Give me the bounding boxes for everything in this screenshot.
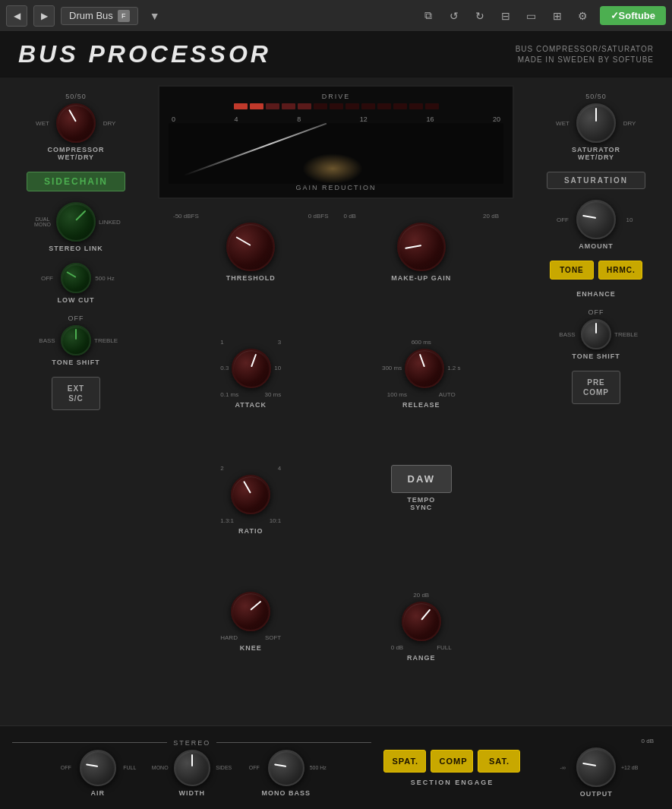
attack-bottom-right: 30 ms (264, 391, 281, 398)
next-button[interactable]: ▶ (33, 5, 55, 27)
amount-right-label: 10 (619, 216, 640, 223)
enhance-buttons: TONE HRMC. (550, 261, 642, 280)
low-cut-knob-row: OFF 500 Hz (36, 263, 115, 293)
stereo-line-right (216, 742, 371, 743)
output-area: 0 dB -∞ +12 dB OUTPUT (532, 738, 660, 798)
gr-scale: 0 4 8 12 16 20 (169, 115, 503, 123)
left-column: 50/50 WET DRY COMPRESSOR WET/DRY SIDECHA… (0, 85, 152, 718)
ratio-tick2: 4 (278, 465, 281, 472)
section-engage-area: SPAT. COMP SAT. SECTION ENGAGE (371, 750, 532, 786)
air-full-label: FULL (119, 765, 140, 770)
drive-leds (234, 103, 439, 109)
low-cut-container: OFF 500 Hz LOW CUT (36, 263, 115, 304)
release-label: RELEASE (402, 401, 440, 409)
release-knob[interactable] (405, 349, 444, 388)
amount-knob[interactable] (576, 200, 616, 239)
monitor-icon[interactable]: ▭ (521, 5, 542, 27)
spat-button[interactable]: SPAT. (383, 750, 426, 773)
split-icon[interactable]: ⊟ (495, 5, 516, 27)
hrmc-button[interactable]: HRMC. (598, 261, 642, 280)
threshold-left-label: -50 dBFS (173, 213, 199, 220)
tone-button[interactable]: TONE (550, 261, 594, 280)
bottom-bar: STEREO OFF FULL AIR (0, 725, 672, 809)
right-tone-shift-label: TONE SHIFT (572, 352, 620, 360)
width-mono-label: MONO (150, 765, 171, 770)
knee-container: HARD SOFT KNEE (173, 592, 329, 711)
gear-icon[interactable]: ⚙ (573, 5, 594, 27)
comp-engage-button[interactable]: COMP (431, 750, 473, 773)
led-5 (298, 103, 311, 109)
low-cut-label: LOW CUT (58, 296, 95, 304)
low-cut-knob[interactable] (61, 263, 91, 293)
sat-wetdry-label: SATURATOR WET/DRY (572, 146, 620, 161)
range-label: RANGE (407, 654, 436, 662)
undo-icon[interactable]: ↺ (443, 5, 465, 27)
prev-button[interactable]: ◀ (6, 5, 27, 27)
threshold-knob[interactable] (226, 223, 275, 271)
sat-engage-button[interactable]: SAT. (478, 750, 520, 773)
mono-bass-knob[interactable] (268, 750, 304, 786)
softube-button[interactable]: ✓Softube (600, 6, 666, 25)
width-label: WIDTH (178, 789, 205, 797)
right-tone-off-label: OFF (588, 308, 604, 316)
width-container: MONO SIDES WIDTH (150, 750, 235, 797)
led-13 (425, 103, 439, 109)
daw-button[interactable]: DAW (391, 465, 452, 493)
led-9 (361, 103, 375, 109)
redo-icon[interactable]: ↻ (469, 5, 491, 27)
output-left-label: -∞ (552, 765, 573, 770)
led-3 (266, 103, 279, 109)
plugin-title: BUS PROCESSOR (18, 40, 271, 68)
knee-knob[interactable] (231, 592, 270, 631)
stereo-link-knob-row: DUAL MONO LINKED (32, 202, 120, 242)
right-tone-shift-knob[interactable] (581, 319, 611, 349)
led-2 (250, 103, 263, 109)
meter-display: DRIVE (158, 85, 514, 199)
range-knob[interactable] (402, 602, 441, 641)
attack-left-inner: 0.3 (220, 365, 229, 371)
low-cut-off-label: OFF (36, 275, 58, 282)
center-column: DRIVE (152, 85, 520, 718)
compressor-wetdry-knob[interactable] (56, 103, 96, 143)
left-tone-shift-knob[interactable] (61, 325, 91, 356)
top-bar: ◀ ▶ Drum Bus F ▼ ⧉ ↺ ↻ ⊟ ▭ ⊞ ⚙ ✓Softube (0, 0, 672, 32)
comp-dry-label: DRY (99, 120, 120, 127)
left-tone-off-label: OFF (68, 314, 84, 322)
bottom-knobs-row: OFF FULL AIR MONO SIDES (55, 750, 329, 797)
preset-dropdown-arrow[interactable]: ▼ (144, 5, 166, 27)
led-12 (409, 103, 423, 109)
output-knob[interactable] (576, 747, 616, 787)
release-bottom-right: AUTO (439, 391, 456, 398)
attack-knob[interactable] (232, 349, 271, 388)
ratio-knob[interactable] (231, 475, 270, 514)
makeup-knob[interactable] (397, 223, 446, 271)
mono-bass-label: MONO BASS (261, 789, 311, 797)
ext-sc-button[interactable]: EXT S/C (52, 377, 100, 410)
sat-wetdry-top-label: 50/50 (585, 93, 607, 100)
layout-icon[interactable]: ⊞ (547, 5, 568, 27)
copy-icon[interactable]: ⧉ (418, 5, 439, 27)
led-7 (330, 103, 343, 109)
saturation-button[interactable]: SATURATION (547, 172, 645, 189)
width-knob[interactable] (174, 750, 210, 786)
drive-display: DRIVE (169, 93, 503, 109)
range-right-label: FULL (437, 644, 452, 651)
release-left-inner: 300 ms (382, 365, 402, 371)
air-knob[interactable] (80, 750, 116, 786)
right-column: 50/50 WET DRY SATURATOR WET/DRY SATURATI… (520, 85, 672, 718)
right-bass-label: BASS (557, 331, 578, 338)
pre-comp-button[interactable]: PRE COMP (572, 371, 620, 404)
saturator-wetdry-knob[interactable] (576, 103, 616, 143)
comp-wetdry-knob-row: WET DRY (32, 103, 120, 143)
mono-bass-container: OFF 500 Hz MONO BASS (244, 750, 329, 797)
compressor-wetdry-container: 50/50 WET DRY COMPRESSOR WET/DRY (32, 93, 120, 161)
preset-title[interactable]: Drum Bus F (61, 7, 138, 25)
attack-tick2: 3 (278, 339, 281, 346)
makeup-right-label: 20 dB (483, 213, 499, 220)
comp-wetdry-label: COMPRESSOR WET/DRY (47, 146, 104, 161)
preset-name-label: Drum Bus (69, 10, 113, 21)
stereo-link-knob[interactable] (56, 202, 96, 242)
knee-label: KNEE (240, 644, 262, 652)
led-8 (345, 103, 359, 109)
sidechain-button[interactable]: SIDECHAIN (27, 172, 125, 191)
